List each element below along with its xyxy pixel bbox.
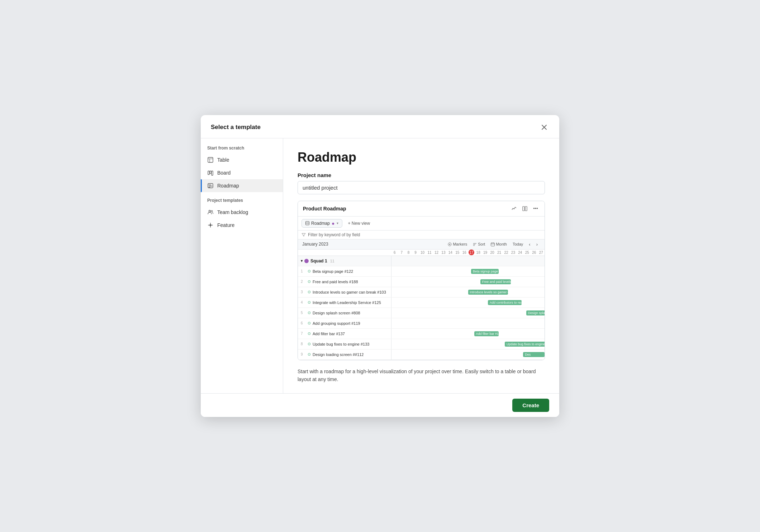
gantt-day-25: 25 bbox=[524, 250, 531, 256]
row-3-left: 3 ⊙ Introduce levels so gamer can break … bbox=[298, 288, 391, 296]
svg-rect-15 bbox=[306, 222, 309, 225]
gantt-day-7: 7 bbox=[398, 250, 405, 256]
row-4-left: 4 ⊙ Integrate with Leadership Service #1… bbox=[298, 299, 391, 306]
gantt-day-12: 12 bbox=[433, 250, 440, 256]
close-icon bbox=[541, 124, 547, 130]
templates-section-label: Project templates bbox=[201, 198, 283, 206]
row-9-label: Design loading screen ##112 bbox=[313, 352, 364, 357]
gantt-day-26: 26 bbox=[531, 250, 537, 256]
gantt-controls-row: January 2023 Markers bbox=[298, 239, 545, 250]
gantt-day-16: 16 bbox=[461, 250, 468, 256]
gantt-day-19: 19 bbox=[482, 250, 489, 256]
gantt-day-23: 23 bbox=[510, 250, 517, 256]
gantt-date-label: January 2023 bbox=[301, 242, 394, 247]
feature-icon bbox=[207, 222, 214, 228]
chart-icon[interactable] bbox=[510, 205, 518, 213]
more-options-icon[interactable]: ••• bbox=[532, 205, 540, 213]
gantt-day-22: 22 bbox=[503, 250, 509, 256]
row-8-label: Update bug fixes to engine #133 bbox=[313, 342, 369, 346]
svg-point-11 bbox=[211, 210, 213, 212]
row-7-label: Add filter bar #137 bbox=[313, 332, 345, 336]
status-icon-9: ⊙ bbox=[308, 352, 311, 357]
modal-header: Select a template bbox=[201, 115, 559, 138]
modal-body: Start from scratch Table bbox=[201, 138, 559, 394]
row-5-timeline: Design spla bbox=[391, 308, 545, 318]
svg-rect-23 bbox=[491, 243, 495, 246]
modal-footer: Create bbox=[201, 393, 559, 417]
svg-point-19 bbox=[449, 244, 450, 245]
new-view-button[interactable]: + New view bbox=[345, 219, 373, 227]
gantt-timeline-header: Markers Sort bbox=[394, 241, 542, 248]
bar-2: Free and paid levels #188 🟤 bbox=[480, 279, 511, 284]
month-btn[interactable]: Month bbox=[489, 241, 509, 247]
row-7-left: 7 ⊙ Add filter bar #137 bbox=[298, 330, 391, 337]
gantt-day-27: 27 bbox=[538, 250, 545, 256]
table-icon bbox=[207, 157, 214, 163]
new-view-label: + New view bbox=[348, 221, 370, 226]
squad-label: Squad 1 bbox=[310, 258, 327, 263]
row-1-left: 1 ⊙ Beta signup page #122 bbox=[298, 267, 391, 275]
sidebar-item-board[interactable]: Board bbox=[201, 166, 283, 179]
markers-label: Markers bbox=[453, 242, 467, 246]
roadmap-view-tab[interactable]: Roadmap ● ▾ bbox=[301, 219, 342, 228]
row-6-label: Add grouping support #119 bbox=[313, 321, 360, 326]
sidebar-item-team-backlog[interactable]: Team backlog bbox=[201, 206, 283, 219]
gantt-day-24: 24 bbox=[517, 250, 523, 256]
board-icon bbox=[207, 170, 214, 176]
row-9-left: 9 ⊙ Design loading screen ##112 bbox=[298, 351, 391, 358]
row-2-timeline: Free and paid levels #188 🟤 bbox=[391, 277, 545, 287]
bar-7: Add filter bar #137 🟤 bbox=[474, 331, 499, 336]
table-row: 2 ⊙ Free and paid levels #188 Free and p… bbox=[298, 277, 545, 287]
filter-bar: Filter by keyword of by field bbox=[298, 231, 545, 239]
gantt-day-17: 17 bbox=[468, 250, 475, 256]
gantt-day-10: 10 bbox=[419, 250, 426, 256]
sidebar-item-table-label: Table bbox=[217, 157, 229, 163]
next-btn[interactable]: › bbox=[535, 241, 540, 248]
bar-8: Update bug fixes to engine bbox=[505, 342, 545, 347]
sidebar-item-roadmap[interactable]: Roadmap bbox=[201, 179, 283, 192]
team-icon bbox=[207, 209, 214, 215]
sort-btn[interactable]: Sort bbox=[471, 241, 487, 247]
status-icon-2: ⊙ bbox=[308, 279, 311, 284]
gantt-day-14: 14 bbox=[447, 250, 454, 256]
row-5-label: Design splash screen #808 bbox=[313, 311, 360, 315]
gantt-day-11: 11 bbox=[426, 250, 433, 256]
sidebar-item-feature-label: Feature bbox=[217, 222, 234, 228]
table-row: 8 ⊙ Update bug fixes to engine #133 Upda… bbox=[298, 339, 545, 350]
row-7-timeline: Add filter bar #137 🟤 bbox=[391, 329, 545, 339]
create-button[interactable]: Create bbox=[512, 399, 549, 412]
row-5-left: 5 ⊙ Design splash screen #808 bbox=[298, 309, 391, 317]
markers-btn[interactable]: Markers bbox=[446, 241, 469, 247]
project-name-input[interactable] bbox=[298, 181, 545, 194]
gantt-group-row: ▾ Squad 1 11 bbox=[298, 256, 545, 266]
gantt-day-8: 8 bbox=[405, 250, 412, 256]
today-btn[interactable]: Today bbox=[511, 241, 525, 247]
svg-rect-4 bbox=[210, 171, 211, 174]
svg-rect-5 bbox=[212, 171, 213, 175]
prev-btn[interactable]: ‹ bbox=[527, 241, 532, 248]
close-button[interactable] bbox=[539, 122, 549, 132]
sort-label: Sort bbox=[478, 242, 485, 246]
modal-title: Select a template bbox=[211, 124, 261, 131]
svg-point-10 bbox=[209, 210, 211, 212]
row-8-timeline: Update bug fixes to engine bbox=[391, 339, 545, 349]
status-icon-8: ⊙ bbox=[308, 342, 311, 346]
preview-header: Product Roadmap bbox=[298, 201, 545, 217]
sidebar-item-table[interactable]: Table bbox=[201, 153, 283, 166]
markers-icon bbox=[448, 242, 452, 246]
row-8-left: 8 ⊙ Update bug fixes to engine #133 bbox=[298, 340, 391, 348]
status-icon-3: ⊙ bbox=[308, 290, 311, 294]
gantt-day-21: 21 bbox=[496, 250, 503, 256]
svg-rect-14 bbox=[525, 206, 527, 211]
gantt-day-6: 6 bbox=[391, 250, 398, 256]
row-9-timeline: Des bbox=[391, 350, 545, 360]
row-3-timeline: Introduce levels so gamer can break #103… bbox=[391, 287, 545, 297]
today-label: Today bbox=[513, 242, 523, 246]
layout-icon[interactable] bbox=[521, 205, 529, 213]
gantt-day-20: 20 bbox=[489, 250, 495, 256]
gantt-day-18: 18 bbox=[475, 250, 481, 256]
sidebar-item-feature[interactable]: Feature bbox=[201, 219, 283, 232]
row-1-timeline: Beta signup page #122 🙂 bbox=[391, 266, 545, 276]
filter-icon bbox=[301, 233, 306, 237]
status-icon-4: ⊙ bbox=[308, 300, 311, 305]
